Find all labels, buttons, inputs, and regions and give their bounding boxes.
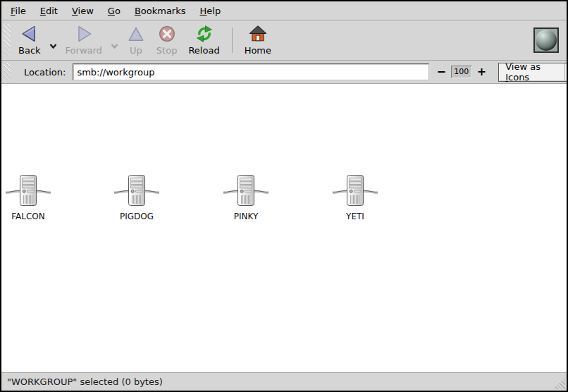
icon-label: FALCON bbox=[11, 212, 45, 221]
icon-item-pigdog[interactable]: PIGDOG bbox=[110, 173, 163, 221]
stop-button[interactable]: Stop bbox=[151, 23, 183, 58]
forward-button[interactable]: Forward bbox=[60, 23, 108, 58]
up-button[interactable]: Up bbox=[121, 23, 151, 58]
file-view[interactable]: FALCON PIGDOG bbox=[1, 84, 567, 373]
toolbar-drag-handle[interactable] bbox=[4, 24, 11, 56]
icon-item-yeti[interactable]: YETI bbox=[328, 173, 382, 221]
combo-arrow-button[interactable] bbox=[564, 63, 568, 81]
up-label: Up bbox=[130, 45, 142, 56]
back-arrow-icon bbox=[20, 25, 39, 43]
menu-item-go[interactable]: Go bbox=[101, 3, 128, 19]
status-bar: "WORKGROUP" selected (0 bytes) bbox=[1, 373, 567, 391]
forward-dropdown-button[interactable] bbox=[108, 37, 121, 53]
location-bar: Location: − 100 + View as Icons bbox=[1, 61, 567, 84]
back-button[interactable]: Back bbox=[13, 23, 47, 58]
home-icon bbox=[249, 25, 267, 43]
server-icon bbox=[333, 173, 378, 207]
home-button[interactable]: Home bbox=[239, 23, 277, 58]
zoom-in-button[interactable]: + bbox=[474, 66, 490, 78]
throbber bbox=[533, 27, 559, 53]
reload-icon bbox=[195, 25, 214, 43]
reload-label: Reload bbox=[188, 45, 219, 56]
back-label: Back bbox=[18, 45, 41, 56]
status-text: "WORKGROUP" selected (0 bytes) bbox=[7, 376, 163, 387]
zoom-level: 100 bbox=[451, 66, 472, 78]
home-label: Home bbox=[245, 45, 271, 56]
globe-sphere-icon bbox=[536, 30, 557, 51]
view-as-label: View as Icons bbox=[505, 61, 564, 82]
reload-button[interactable]: Reload bbox=[183, 23, 225, 58]
stop-icon bbox=[158, 25, 176, 43]
view-as-combo[interactable]: View as Icons bbox=[498, 63, 568, 82]
stop-label: Stop bbox=[156, 45, 178, 56]
server-icon bbox=[6, 173, 51, 207]
server-icon bbox=[223, 173, 268, 207]
toolbar: Back Forward bbox=[1, 20, 567, 61]
forward-label: Forward bbox=[66, 45, 102, 56]
back-dropdown-button[interactable] bbox=[47, 37, 60, 53]
menu-item-bookmarks[interactable]: Bookmarks bbox=[128, 3, 193, 19]
icon-label: PINKY bbox=[234, 212, 259, 221]
chevron-down-icon bbox=[111, 44, 118, 49]
menu-item-view[interactable]: View bbox=[65, 3, 101, 19]
forward-arrow-icon bbox=[75, 25, 93, 43]
icon-item-pinky[interactable]: PINKY bbox=[219, 173, 273, 221]
icon-item-falcon[interactable]: FALCON bbox=[1, 173, 55, 221]
server-icon bbox=[114, 173, 159, 207]
file-manager-window: File Edit View Go Bookmarks Help Back bbox=[0, 0, 568, 392]
chevron-down-icon bbox=[49, 44, 57, 49]
toolbar-separator bbox=[232, 27, 233, 53]
toolbar-spacer bbox=[277, 23, 533, 58]
location-label: Location: bbox=[24, 67, 66, 78]
zoom-out-button[interactable]: − bbox=[433, 66, 449, 78]
resize-grip[interactable] bbox=[553, 377, 565, 389]
icon-label: YETI bbox=[346, 212, 364, 221]
location-bar-drag-handle[interactable] bbox=[4, 63, 11, 81]
icon-label: PIGDOG bbox=[120, 212, 154, 221]
up-arrow-icon bbox=[127, 25, 145, 43]
menu-item-edit[interactable]: Edit bbox=[33, 3, 65, 19]
menu-item-help[interactable]: Help bbox=[193, 3, 228, 19]
menu-bar: File Edit View Go Bookmarks Help bbox=[1, 1, 567, 20]
location-input[interactable] bbox=[73, 63, 429, 80]
menu-item-file[interactable]: File bbox=[4, 3, 33, 19]
